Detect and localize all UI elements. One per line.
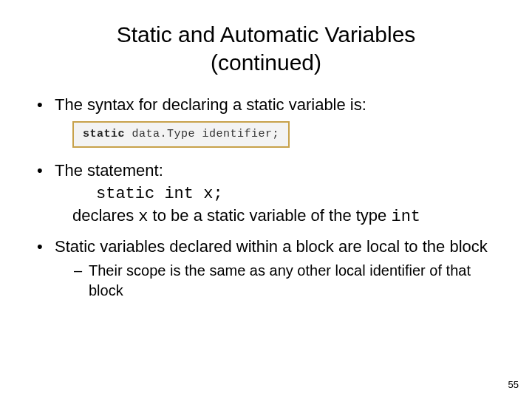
title-line-1: Static and Automatic Variables <box>117 22 416 47</box>
slide-title: Static and Automatic Variables (continue… <box>30 21 502 76</box>
syntax-box: static data.Type identifier; <box>72 121 290 148</box>
syntax-rest: data.Type identifier; <box>125 128 279 140</box>
bullet-2-lead: The statement: <box>55 161 163 180</box>
title-line-2: (continued) <box>211 50 321 75</box>
bullet-2-code-x: x <box>138 208 148 226</box>
bullet-list: The syntax for declaring a static variab… <box>30 94 502 301</box>
syntax-keyword: static <box>83 128 125 140</box>
page-number: 55 <box>508 379 519 390</box>
bullet-3-text: Static variables declared within a block… <box>55 237 488 256</box>
bullet-2-code-int: int <box>391 208 420 226</box>
slide: Static and Automatic Variables (continue… <box>0 0 532 399</box>
bullet-2-tail-b: to be a static variable of the type <box>148 206 391 225</box>
bullet-2-code: static int x; <box>96 185 223 203</box>
sub-bullet-list: Their scope is the same as any other loc… <box>55 261 502 301</box>
bullet-1: The syntax for declaring a static variab… <box>37 94 502 148</box>
bullet-2: The statement: static int x; declares x … <box>37 160 502 228</box>
bullet-2-tail-a: declares <box>72 206 138 225</box>
bullet-1-text: The syntax for declaring a static variab… <box>55 95 366 114</box>
sub-bullet-1: Their scope is the same as any other loc… <box>74 261 502 301</box>
bullet-3: Static variables declared within a block… <box>37 236 502 301</box>
sub-bullet-1-text: Their scope is the same as any other loc… <box>89 262 471 299</box>
